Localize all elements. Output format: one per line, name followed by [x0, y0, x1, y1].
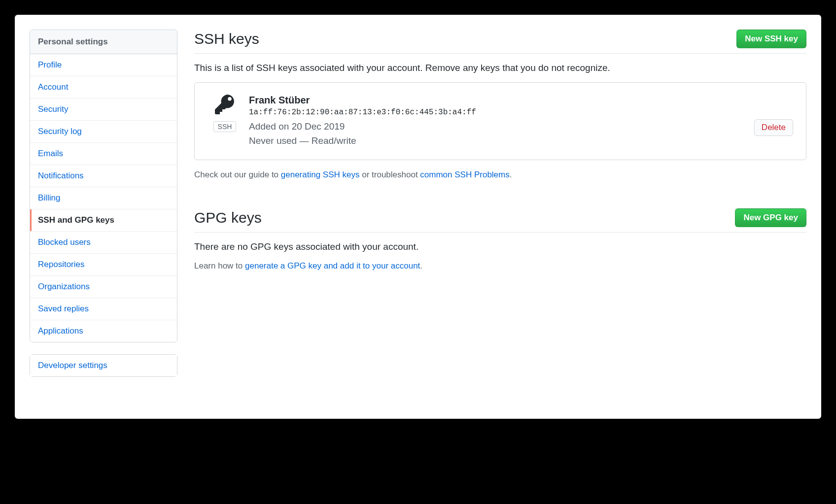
generating-ssh-keys-link[interactable]: generating SSH keys: [281, 170, 360, 179]
new-ssh-key-button[interactable]: New SSH key: [736, 30, 806, 48]
ssh-badge: SSH: [213, 121, 237, 132]
settings-sidebar: Personal settings Profile Account Securi…: [30, 30, 177, 404]
sidebar-item-developer-settings[interactable]: Developer settings: [30, 355, 177, 376]
gpg-description: There are no GPG keys associated with yo…: [194, 241, 806, 252]
key-icon: [215, 95, 235, 116]
gpg-guide-prefix: Learn how to: [194, 261, 245, 270]
sidebar-item-organizations[interactable]: Organizations: [30, 276, 177, 298]
sidebar-heading: Personal settings: [30, 30, 177, 54]
sidebar-item-security[interactable]: Security: [30, 99, 177, 121]
sidebar-item-blocked-users[interactable]: Blocked users: [30, 232, 177, 254]
ssh-guide-mid: or troubleshoot: [359, 170, 420, 179]
settings-menu-secondary: Developer settings: [30, 354, 177, 377]
generate-gpg-key-link[interactable]: generate a GPG key and add it to your ac…: [245, 261, 420, 270]
sidebar-item-notifications[interactable]: Notifications: [30, 165, 177, 187]
sidebar-item-billing[interactable]: Billing: [30, 187, 177, 209]
sidebar-item-applications[interactable]: Applications: [30, 320, 177, 342]
ssh-description: This is a list of SSH keys associated wi…: [194, 63, 806, 73]
ssh-key-fingerprint: 1a:ff:76:2b:12:90:aa:87:13:e3:f0:6c:445:…: [249, 108, 754, 117]
ssh-section-header: SSH keys New SSH key: [194, 30, 806, 54]
gpg-title: GPG keys: [194, 209, 262, 226]
ssh-key-added: Added on 20 Dec 2019: [249, 120, 754, 134]
delete-ssh-key-button[interactable]: Delete: [754, 119, 793, 136]
ssh-guide-text: Check out our guide to generating SSH ke…: [194, 170, 806, 180]
sidebar-item-saved-replies[interactable]: Saved replies: [30, 298, 177, 320]
sidebar-item-emails[interactable]: Emails: [30, 143, 177, 165]
settings-menu: Personal settings Profile Account Securi…: [30, 30, 177, 342]
common-ssh-problems-link[interactable]: common SSH Problems: [420, 170, 509, 179]
ssh-guide-prefix: Check out our guide to: [194, 170, 281, 179]
gpg-guide-suffix: .: [420, 261, 422, 270]
sidebar-item-account[interactable]: Account: [30, 76, 177, 99]
ssh-guide-suffix: .: [510, 170, 512, 179]
gpg-guide-text: Learn how to generate a GPG key and add …: [194, 261, 806, 271]
ssh-key-icon-column: SSH: [208, 95, 242, 132]
new-gpg-key-button[interactable]: New GPG key: [735, 208, 806, 227]
sidebar-item-repositories[interactable]: Repositories: [30, 254, 177, 276]
sidebar-item-ssh-gpg-keys[interactable]: SSH and GPG keys: [30, 209, 177, 232]
sidebar-item-profile[interactable]: Profile: [30, 54, 177, 76]
gpg-section-header: GPG keys New GPG key: [194, 208, 806, 233]
ssh-key-item: SSH Frank Stüber 1a:ff:76:2b:12:90:aa:87…: [194, 82, 806, 160]
main-content: SSH keys New SSH key This is a list of S…: [177, 30, 806, 404]
ssh-title: SSH keys: [194, 31, 259, 47]
ssh-key-status: Never used — Read/write: [249, 134, 754, 148]
ssh-key-details: Frank Stüber 1a:ff:76:2b:12:90:aa:87:13:…: [249, 95, 754, 148]
ssh-key-name: Frank Stüber: [249, 95, 754, 106]
gpg-section: GPG keys New GPG key There are no GPG ke…: [194, 208, 806, 271]
sidebar-item-security-log[interactable]: Security log: [30, 121, 177, 143]
